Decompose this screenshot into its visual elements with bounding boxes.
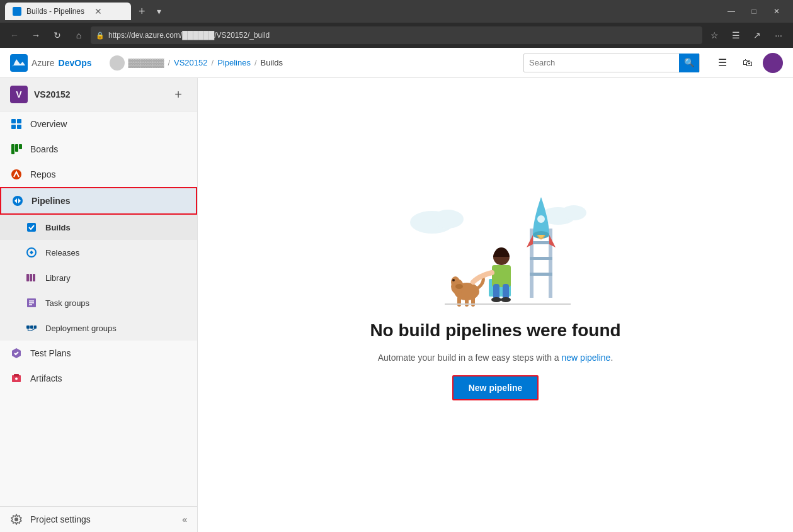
sidebar-item-task-groups[interactable]: Task groups: [0, 290, 197, 315]
breadcrumb: ▓▓▓▓▓▓ / VS20152 / Pipelines / Builds: [110, 55, 516, 71]
svg-rect-3: [11, 125, 16, 129]
sidebar-item-boards[interactable]: Boards: [0, 137, 197, 162]
svg-rect-18: [34, 325, 37, 329]
empty-state-illustration: [394, 184, 596, 310]
tab-favicon: [13, 7, 21, 16]
sidebar-item-deployment-groups[interactable]: Deployment groups: [0, 315, 197, 341]
sidebar-item-boards-label: Boards: [30, 144, 58, 154]
svg-rect-13: [30, 274, 32, 281]
home-button[interactable]: ⌂: [69, 26, 88, 45]
breadcrumb-sep2: /: [212, 58, 214, 67]
svg-rect-45: [492, 265, 511, 287]
task-groups-icon: [25, 297, 38, 309]
read-mode-icon[interactable]: ☰: [726, 26, 745, 45]
svg-rect-5: [11, 144, 14, 154]
tab-title: Builds - Pipelines: [26, 7, 84, 16]
minimize-button[interactable]: —: [720, 0, 743, 23]
tab-overflow-button[interactable]: ▾: [153, 4, 165, 19]
sidebar-navigation: Overview Boards Repos P: [0, 111, 197, 391]
sidebar-item-library-label: Library: [45, 273, 71, 283]
svg-point-21: [15, 378, 18, 380]
svg-rect-43: [471, 297, 475, 307]
sidebar-item-pipelines-label: Pipelines: [31, 196, 70, 206]
search-input[interactable]: [524, 58, 679, 67]
empty-desc-link[interactable]: new pipeline: [562, 353, 611, 363]
sidebar-item-pipelines[interactable]: Pipelines: [0, 187, 197, 215]
reload-button[interactable]: ↻: [48, 26, 67, 45]
more-icon[interactable]: ···: [769, 26, 788, 45]
browser-toolbar-icons: ☆ ☰ ↗ ···: [705, 26, 788, 45]
sidebar-item-overview[interactable]: Overview: [0, 111, 197, 137]
forward-button[interactable]: →: [26, 26, 45, 45]
sidebar-footer: Project settings «: [0, 506, 197, 532]
sidebar-item-deployment-groups-label: Deployment groups: [45, 324, 117, 333]
svg-rect-7: [19, 144, 22, 149]
favorites-icon[interactable]: ☆: [705, 26, 724, 45]
artifacts-icon: [10, 372, 23, 385]
sidebar-collapse-button[interactable]: «: [172, 507, 197, 532]
svg-point-40: [455, 284, 463, 289]
sidebar-item-releases[interactable]: Releases: [0, 240, 197, 265]
project-settings-icon: [10, 513, 23, 526]
svg-rect-20: [14, 374, 19, 376]
svg-rect-17: [30, 325, 33, 329]
project-name: VS20152: [34, 89, 163, 99]
sidebar-item-artifacts[interactable]: Artifacts: [0, 366, 197, 391]
devops-text: DevOps: [59, 58, 92, 68]
empty-state-title: No build pipelines were found: [370, 320, 620, 341]
svg-point-26: [561, 205, 586, 220]
breadcrumb-sep3: /: [254, 58, 257, 67]
deployment-groups-icon: [25, 322, 38, 334]
maximize-button[interactable]: □: [743, 0, 765, 23]
sidebar-item-repos-label: Repos: [30, 169, 55, 179]
content-area: No build pipelines were found Automate y…: [198, 78, 793, 532]
sidebar-item-test-plans-label: Test Plans: [30, 348, 71, 358]
sidebar-item-project-settings[interactable]: Project settings: [0, 507, 172, 532]
lock-icon: 🔒: [96, 31, 105, 40]
sidebar-item-test-plans[interactable]: Test Plans: [0, 341, 197, 366]
breadcrumb-project[interactable]: VS20152: [174, 58, 208, 67]
svg-point-22: [14, 518, 18, 521]
address-bar[interactable]: 🔒 https://dev.azure.com/██████/VS20152/_…: [91, 26, 702, 44]
breadcrumb-page: Builds: [261, 58, 283, 67]
sidebar-item-builds[interactable]: Builds: [0, 215, 197, 240]
sidebar-item-overview-label: Overview: [30, 119, 67, 129]
window-controls: — □ ✕: [720, 0, 788, 23]
svg-point-33: [537, 215, 545, 223]
svg-point-48: [491, 297, 501, 302]
sidebar-item-repos[interactable]: Repos: [0, 162, 197, 187]
project-icon-letter: V: [16, 89, 21, 99]
azure-devops-logo[interactable]: Azure DevOps: [10, 54, 92, 72]
user-avatar[interactable]: [763, 53, 783, 73]
empty-desc-suffix: .: [610, 353, 613, 363]
empty-state-description: Automate your build in a few easy steps …: [378, 351, 613, 365]
sidebar-project: V VS20152 +: [0, 78, 197, 111]
search-button[interactable]: 🔍: [679, 54, 699, 72]
new-pipeline-button[interactable]: New pipeline: [452, 375, 539, 400]
notifications-icon[interactable]: ☰: [712, 53, 733, 73]
svg-rect-4: [17, 125, 21, 129]
svg-point-24: [432, 210, 464, 229]
new-tab-button[interactable]: +: [134, 3, 151, 21]
share-icon[interactable]: ↗: [748, 26, 767, 45]
back-button[interactable]: ←: [5, 26, 24, 45]
svg-rect-16: [26, 325, 30, 329]
repos-icon: [10, 168, 23, 181]
tab-close-button[interactable]: ✕: [94, 6, 102, 16]
logo-icon: [10, 54, 28, 72]
pipelines-icon: [11, 195, 24, 207]
breadcrumb-section[interactable]: Pipelines: [217, 58, 251, 67]
breadcrumb-org-name: ▓▓▓▓▓▓: [128, 58, 164, 67]
sidebar-item-project-settings-label: Project settings: [30, 514, 91, 524]
svg-rect-30: [530, 257, 552, 260]
extensions-icon[interactable]: 🛍: [738, 53, 758, 73]
close-button[interactable]: ✕: [765, 0, 788, 23]
empty-desc-prefix: Automate your build in a few easy steps …: [378, 353, 562, 363]
svg-rect-6: [15, 144, 18, 152]
add-project-button[interactable]: +: [169, 86, 187, 103]
breadcrumb-sep1: /: [168, 58, 170, 67]
svg-point-9: [13, 196, 23, 206]
browser-nav-bar: ← → ↻ ⌂ 🔒 https://dev.azure.com/██████/V…: [0, 23, 793, 48]
sidebar-item-library[interactable]: Library: [0, 265, 197, 290]
active-tab[interactable]: Builds - Pipelines ✕: [5, 3, 131, 20]
